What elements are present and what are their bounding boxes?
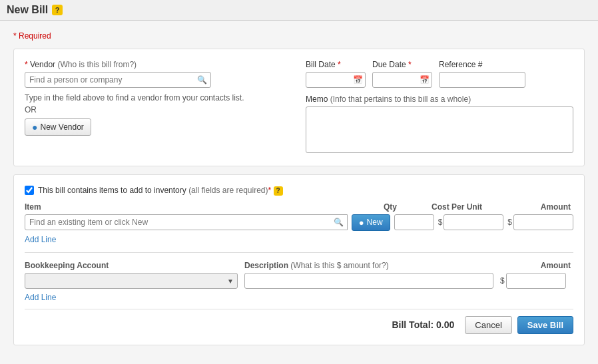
new-item-label: New (367, 218, 383, 227)
item-search-input[interactable] (25, 214, 348, 230)
vendor-label: * Vendor (Who is this bill from?) (25, 60, 292, 69)
bk-amount-input[interactable] (506, 273, 566, 289)
bottom-bar: Bill Total: 0.00 Cancel Save Bill (25, 309, 573, 334)
bk-amount-dollar-sign: $ (500, 276, 505, 285)
divider (25, 252, 573, 253)
inventory-add-line[interactable]: Add Line (25, 235, 56, 244)
vendor-search-icon: 🔍 (197, 75, 207, 85)
cost-per-unit-input[interactable] (444, 214, 503, 230)
inventory-checkbox-row: This bill contains items to add to inven… (25, 186, 573, 196)
right-section: Bill Date * 📅 Due Date * (306, 60, 573, 155)
due-date-label: Due Date * (372, 60, 432, 69)
page-title: New Bill (7, 4, 48, 16)
plus-circle-icon: ● (359, 218, 364, 228)
bill-date-label: Bill Date * (306, 60, 366, 69)
item-row: 🔍 ● New $ $ (25, 214, 573, 231)
bk-account-header: Bookkeeping Account (25, 261, 238, 270)
bk-desc-header: Description (What is this $ amount for?) (244, 261, 493, 270)
col-cpu-header: Cost Per Unit (414, 202, 500, 212)
vendor-search-wrap: 🔍 (25, 72, 211, 88)
item-table-header: Item Qty Cost Per Unit Amount (25, 202, 573, 212)
reference-field: Reference # (439, 60, 525, 88)
bk-header-row: Bookkeeping Account Description (What is… (25, 261, 573, 270)
due-date-cal-icon[interactable]: 📅 (420, 75, 430, 85)
action-buttons: Cancel Save Bill (465, 316, 573, 334)
bk-row: ▼ $ (25, 273, 573, 289)
vendor-help-text: Type in the field above to find a vendor… (25, 93, 292, 102)
bk-desc-input[interactable] (244, 273, 493, 289)
amount-input[interactable] (513, 214, 573, 230)
bk-amount-header: Amount (500, 261, 573, 270)
bill-date-cal-icon[interactable]: 📅 (353, 75, 363, 85)
due-date-field: Due Date * 📅 (372, 60, 432, 88)
memo-hint: (Info that pertains to this bill as a wh… (330, 94, 471, 104)
top-form-section: * Vendor (Who is this bill from?) 🔍 Type… (13, 49, 585, 166)
title-help-icon[interactable]: ? (52, 5, 63, 15)
vendor-section: * Vendor (Who is this bill from?) 🔍 Type… (25, 60, 292, 155)
reference-input[interactable] (439, 72, 525, 88)
cpu-dollar-sign: $ (438, 218, 443, 227)
bill-date-wrap: 📅 (306, 72, 366, 88)
amount-group: $ (507, 214, 573, 230)
qty-input[interactable] (394, 214, 434, 230)
bill-date-star: * (338, 60, 341, 69)
inventory-info-icon[interactable]: ? (274, 186, 283, 196)
amount-dollar-sign: $ (507, 218, 512, 227)
bookkeeping-section: Bookkeeping Account Description (What is… (25, 261, 573, 302)
title-bar: New Bill ? (0, 0, 598, 21)
cancel-button[interactable]: Cancel (465, 316, 511, 334)
save-bill-button[interactable]: Save Bill (517, 316, 573, 334)
memo-section: Memo (Info that pertains to this bill as… (306, 94, 573, 155)
due-date-star: * (408, 60, 412, 69)
main-content: * Required * Vendor (Who is this bill fr… (0, 21, 598, 364)
vendor-required-star: * (25, 60, 30, 69)
memo-textarea[interactable] (306, 106, 573, 153)
new-vendor-button[interactable]: ● New Vendor (25, 118, 91, 136)
bill-date-field: Bill Date * 📅 (306, 60, 366, 88)
item-search-icon: 🔍 (334, 218, 344, 227)
reference-label: Reference # (439, 60, 525, 69)
inventory-checkbox[interactable] (25, 186, 34, 195)
cost-per-unit-group: $ (438, 214, 504, 230)
new-vendor-label: New Vendor (40, 122, 83, 132)
vendor-or-text: OR (25, 105, 292, 114)
inventory-checkbox-label: This bill contains items to add to inven… (38, 186, 283, 196)
globe-icon: ● (32, 122, 37, 132)
required-note: * Required (13, 31, 585, 41)
inventory-section: This bill contains items to add to inven… (13, 174, 585, 345)
col-item-header: Item (25, 202, 367, 212)
col-qty-header: Qty (367, 202, 414, 212)
due-date-wrap: 📅 (372, 72, 432, 88)
vendor-search-input[interactable] (25, 72, 211, 88)
bk-amount-wrap: $ (500, 273, 573, 289)
bk-add-line[interactable]: Add Line (25, 293, 56, 302)
bk-account-wrap: ▼ (25, 273, 238, 289)
vendor-hint: (Who is this bill from?) (57, 60, 137, 69)
memo-label: Memo (Info that pertains to this bill as… (306, 94, 573, 104)
top-row: * Vendor (Who is this bill from?) 🔍 Type… (25, 60, 573, 155)
bill-total: Bill Total: 0.00 (392, 319, 454, 330)
bk-desc-wrap (244, 273, 493, 289)
bk-account-select[interactable] (25, 273, 238, 289)
new-item-button[interactable]: ● New (352, 214, 390, 231)
bk-desc-hint: (What is this $ amount for?) (290, 261, 388, 270)
date-ref-row: Bill Date * 📅 Due Date * (306, 60, 573, 88)
col-amount-header: Amount (500, 202, 573, 212)
item-search-wrap: 🔍 (25, 214, 348, 230)
